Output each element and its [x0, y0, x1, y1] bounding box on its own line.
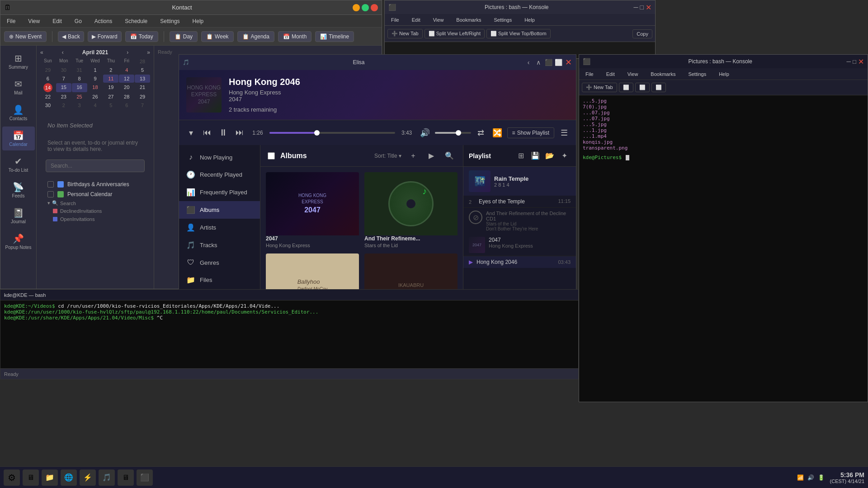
agenda-button[interactable]: 📋 Agenda — [237, 31, 274, 42]
menu-file[interactable]: File — [4, 17, 18, 25]
split-tb-button[interactable]: ⬜ Split View Top/Bottom — [486, 29, 551, 38]
kr-restore-btn[interactable]: ⬜ — [651, 83, 666, 92]
sidebar-item-mail[interactable]: ✉ Mail — [2, 75, 35, 99]
nav-tracks[interactable]: 🎵 Tracks — [179, 236, 260, 254]
cal-item-birthdays[interactable]: Birthdays & Anniversaries — [44, 179, 146, 189]
repeat-btn[interactable]: ⇄ — [475, 127, 487, 139]
shuffle-btn[interactable]: 🔀 — [491, 127, 504, 139]
cal-open-item[interactable]: OpenInvitations — [44, 215, 146, 223]
konsole-right-min-btn[interactable]: ─ — [846, 58, 850, 65]
kr-menu-help[interactable]: Help — [716, 70, 732, 78]
kr-split-tb-btn[interactable]: ⬜ — [635, 83, 650, 92]
nav-genres[interactable]: 🛡 Genres — [179, 254, 260, 271]
konsole-right-max-btn[interactable]: □ — [853, 58, 856, 65]
taskbar-app-5[interactable]: 🎵 — [99, 469, 115, 486]
menu-help[interactable]: Help — [190, 17, 207, 25]
checkbox-personal[interactable] — [47, 191, 54, 197]
month-button[interactable]: 📅 Month — [278, 31, 311, 42]
playlist-save-btn[interactable]: 💾 — [529, 150, 542, 162]
sidebar-item-calendar[interactable]: 📅 Calendar — [2, 127, 35, 150]
nav-albums[interactable]: ⬛ Albums — [179, 201, 260, 219]
forward-button[interactable]: ▶ Forward — [88, 31, 122, 42]
cal-declined-item[interactable]: DeclinedInvitations — [44, 207, 146, 215]
progress-thumb[interactable] — [314, 130, 320, 136]
taskbar-app-1[interactable]: 🖥 — [23, 469, 39, 486]
sidebar-item-contacts[interactable]: 👤 Contacts — [2, 101, 35, 125]
playlist-load-btn[interactable]: 📂 — [543, 150, 556, 162]
konsole-menu-file[interactable]: File — [388, 16, 402, 23]
sidebar-item-feeds[interactable]: 📡 Feeds — [2, 178, 35, 202]
elisa-close-btn[interactable]: ✕ — [564, 58, 572, 66]
taskbar-app-2[interactable]: 📁 — [42, 469, 58, 486]
new-tab-button[interactable]: ➕ New Tab — [387, 29, 423, 38]
konsole-menu-bookmarks[interactable]: Bookmarks — [453, 16, 484, 23]
new-event-button[interactable]: ⊕ New Event — [4, 31, 47, 42]
nav-files[interactable]: 📁 Files — [179, 271, 260, 289]
cal-search-item[interactable]: ▾ 🔍 Search — [44, 199, 146, 207]
day-button[interactable]: 📋 Day — [170, 31, 198, 42]
nav-artists[interactable]: 👤 Artists — [179, 219, 260, 236]
konsole-menu-edit[interactable]: Edit — [409, 16, 423, 23]
copy-button[interactable]: Copy — [632, 29, 652, 38]
konsole-minimize-btn[interactable]: ─ — [634, 4, 638, 11]
cal-search-input[interactable] — [46, 160, 145, 172]
elisa-restore-btn[interactable]: ⬛ — [544, 58, 552, 66]
search-albums-btn[interactable]: 🔍 — [443, 150, 456, 162]
taskbar-app-3[interactable]: 🌐 — [61, 469, 77, 486]
queue-btn[interactable]: ▾ — [184, 127, 197, 139]
nav-recently-played[interactable]: 🕐 Recently Played — [179, 166, 260, 183]
volume-thumb[interactable] — [456, 130, 461, 136]
back-button[interactable]: ◀ Back — [58, 31, 84, 42]
playlist-sort-btn[interactable]: ⊞ — [514, 150, 527, 162]
taskbar-kde-icon[interactable]: ⚙ — [4, 469, 20, 486]
volume-bar[interactable] — [435, 132, 471, 134]
play-pause-btn[interactable]: ⏸ — [217, 127, 230, 139]
playlist-track-1[interactable]: 2 Eyes of the Temple 11:15 — [463, 196, 576, 208]
konsole-menu-help[interactable]: Help — [522, 16, 538, 23]
nav-frequently-played[interactable]: 📊 Frequently Played — [179, 183, 260, 201]
konsole-close-btn[interactable]: ✕ — [646, 3, 651, 12]
kr-menu-bookmarks[interactable]: Bookmarks — [648, 70, 678, 78]
taskbar-app-4[interactable]: ⚡ — [80, 469, 96, 486]
konsole-maximize-btn[interactable]: □ — [640, 4, 644, 11]
menu-go[interactable]: Go — [72, 17, 85, 25]
taskbar-app-6[interactable]: 🖥 — [118, 469, 134, 486]
menu-actions[interactable]: Actions — [92, 17, 115, 25]
konsole-menu-settings[interactable]: Settings — [491, 16, 514, 23]
prev-btn[interactable]: ⏮ — [201, 127, 213, 139]
sidebar-item-popup-notes[interactable]: 📌 Popup Notes — [2, 230, 35, 253]
kr-menu-view[interactable]: View — [625, 70, 641, 78]
week-button[interactable]: 📋 Week — [201, 31, 233, 42]
sidebar-item-summary[interactable]: ⊞ Summary — [2, 49, 35, 73]
split-lr-button[interactable]: ⬜ Split View Left/Right — [425, 29, 485, 38]
volume-icon[interactable]: 🔊 — [419, 127, 431, 139]
menu-schedule[interactable]: Schedule — [122, 17, 150, 25]
select-all-checkbox[interactable] — [268, 152, 275, 160]
kr-new-tab-btn[interactable]: ➕ New Tab — [582, 83, 617, 92]
taskbar-app-7[interactable]: ⬛ — [137, 469, 153, 486]
cal-collapse-btn[interactable]: « — [40, 49, 43, 56]
konsole-menu-view[interactable]: View — [430, 16, 447, 23]
album-card-stars[interactable]: ♪ And Their Refineme... Stars of the Lid — [364, 172, 458, 248]
playlist-track-2047[interactable]: 2047 2047 Hong Kong Express — [463, 234, 576, 256]
timeline-button[interactable]: 📊 Timeline — [315, 31, 354, 42]
checkbox-birthdays[interactable] — [47, 181, 54, 188]
menu-edit[interactable]: Edit — [50, 17, 65, 25]
add-album-btn[interactable]: + — [407, 150, 420, 162]
taskbar-clock[interactable]: 5:36 PM (CEST) 4/14/21 — [830, 471, 864, 484]
kr-menu-settings[interactable]: Settings — [685, 70, 709, 78]
today-button[interactable]: 📅 Today — [125, 31, 158, 42]
playlist-clear-btn[interactable]: ✦ — [558, 150, 571, 162]
progress-bar[interactable] — [269, 132, 395, 134]
play-all-btn[interactable]: ▶ — [425, 150, 438, 162]
konsole-right-close-btn[interactable]: ✕ — [858, 57, 864, 66]
menu-settings[interactable]: Settings — [157, 17, 182, 25]
menu-view[interactable]: View — [25, 17, 42, 25]
next-btn[interactable]: ⏭ — [233, 127, 246, 139]
album-card-hk2047[interactable]: HONG KONGEXPRESS2047 2047 Hong Kong Expr… — [266, 172, 359, 248]
elisa-up-btn[interactable]: ∧ — [534, 58, 542, 66]
kr-menu-edit[interactable]: Edit — [604, 70, 618, 78]
cal-expand-btn[interactable]: » — [147, 49, 150, 56]
show-playlist-btn[interactable]: ≡ Show Playlist — [507, 127, 554, 138]
kr-menu-file[interactable]: File — [583, 70, 596, 78]
